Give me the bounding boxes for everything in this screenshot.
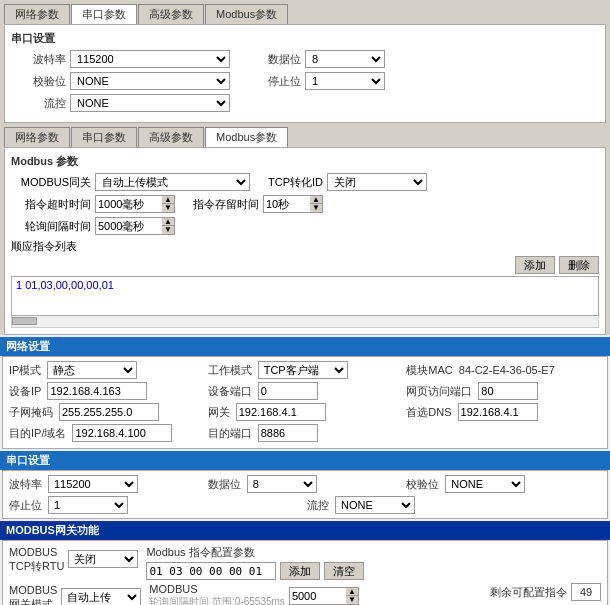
gateway-input[interactable] <box>236 403 326 421</box>
tcp-rtu-select[interactable]: 关闭 <box>68 550 138 568</box>
ip-mode-label: IP模式 <box>9 363 41 378</box>
databits-label-2: 数据位 <box>208 477 241 492</box>
cmd-config-label: Modbus 指令配置参数 <box>146 545 601 560</box>
tab-modbus-params-1[interactable]: Modbus参数 <box>205 4 288 24</box>
net-sync-select[interactable]: 自动上传 <box>61 588 141 605</box>
dest-port-input[interactable] <box>258 424 318 442</box>
net-sync-label: MODBUS 网关模式 <box>9 583 57 605</box>
tab-modbus-params-2[interactable]: Modbus参数 <box>205 127 288 147</box>
add-modbus-cmd-btn[interactable]: 添加 <box>280 562 320 580</box>
sync-label: MODBUS同关 <box>11 175 91 190</box>
cmd-list-content: 1 01,03,00,00,00,01 <box>16 279 114 291</box>
gateway-label: 网关 <box>208 405 230 420</box>
remaining-value: 49 <box>571 583 601 601</box>
timeout-dn[interactable]: ▼ <box>162 204 175 213</box>
device-port-label: 设备端口 <box>208 384 252 399</box>
remaining-label: 剩余可配置指令 <box>490 585 567 600</box>
tab-serial-params-1[interactable]: 串口参数 <box>71 4 137 24</box>
tab-net-params-1[interactable]: 网络参数 <box>4 4 70 24</box>
device-ip-input[interactable] <box>47 382 147 400</box>
del-cmd-btn[interactable]: 删除 <box>559 256 599 274</box>
flow-select-2[interactable]: NONE <box>335 496 415 514</box>
baud-label-1: 波特率 <box>11 52 66 67</box>
sync-select[interactable]: 自动上传模式 <box>95 173 250 191</box>
modbus-section-header: MODBUS网关功能 <box>0 521 610 540</box>
dest-ip-label: 目的IP/域名 <box>9 426 66 441</box>
flow-label-1: 流控 <box>11 96 66 111</box>
tcp-id-label: TCP转化ID <box>268 175 323 190</box>
databits-select-2[interactable]: 8 <box>247 475 317 493</box>
poll-label: 轮询间隔时间 <box>11 219 91 234</box>
web-port-label: 网页访问端口 <box>406 384 472 399</box>
stopbits-label-2: 停止位 <box>9 498 42 513</box>
ip-mode-select[interactable]: 静态 <box>47 361 137 379</box>
parity-select-2[interactable]: NONE <box>445 475 525 493</box>
mac-value: 84-C2-E4-36-05-E7 <box>459 364 555 376</box>
device-ip-label: 设备IP <box>9 384 41 399</box>
subnet-input[interactable] <box>59 403 159 421</box>
baud-select-2[interactable]: 115200 <box>48 475 138 493</box>
work-mode-label: 工作模式 <box>208 363 252 378</box>
poll-dn[interactable]: ▼ <box>162 226 175 235</box>
parity-select-1[interactable]: NONE <box>70 72 230 90</box>
stopbits-label-1: 停止位 <box>246 74 301 89</box>
net-section-header: 网络设置 <box>0 337 610 356</box>
dns-label: 首选DNS <box>406 405 451 420</box>
baud-label-2: 波特率 <box>9 477 42 492</box>
stopbits-select-2[interactable]: 1 <box>48 496 128 514</box>
timeout-label: 指令超时时间 <box>11 197 91 212</box>
work-mode-select[interactable]: TCP客户端 <box>258 361 348 379</box>
modbus-top-title: Modbus 参数 <box>11 154 599 169</box>
serial-section-header: 串口设置 <box>0 451 610 470</box>
dns-input[interactable] <box>458 403 538 421</box>
tcp-rtu-label: MODBUS TCP转RTU <box>9 545 64 574</box>
device-port-input[interactable] <box>258 382 318 400</box>
cmd-scrollbar-thumb[interactable] <box>12 317 37 325</box>
save-dn[interactable]: ▼ <box>310 204 323 213</box>
parity-label-2: 校验位 <box>406 477 439 492</box>
tab-net-params-2[interactable]: 网络参数 <box>4 127 70 147</box>
clear-modbus-cmd-btn[interactable]: 清空 <box>324 562 364 580</box>
flow-label-2: 流控 <box>307 498 329 513</box>
tab-adv-params-2[interactable]: 高级参数 <box>138 127 204 147</box>
subnet-label: 子网掩码 <box>9 405 53 420</box>
databits-select-1[interactable]: 8 <box>305 50 385 68</box>
add-cmd-btn[interactable]: 添加 <box>515 256 555 274</box>
cmd-list-label: 顺应指令列表 <box>11 239 77 254</box>
tab-adv-params-1[interactable]: 高级参数 <box>138 4 204 24</box>
dest-port-label: 目的端口 <box>208 426 252 441</box>
baud-select-1[interactable]: 115200 <box>70 50 230 68</box>
stopbits-select-1[interactable]: 1 <box>305 72 385 90</box>
poll-label-bottom: MODBUS <box>149 583 285 595</box>
web-port-input[interactable] <box>478 382 538 400</box>
save-label: 指令存留时间 <box>193 197 259 212</box>
databits-label-1: 数据位 <box>246 52 301 67</box>
poll-desc: 轮询间隔时间 范围:0-65535ms <box>149 595 285 605</box>
parity-label-1: 校验位 <box>11 74 66 89</box>
tab-serial-params-2[interactable]: 串口参数 <box>71 127 137 147</box>
flow-select-1[interactable]: NONE <box>70 94 230 112</box>
dest-ip-input[interactable] <box>72 424 172 442</box>
poll-bottom-dn[interactable]: ▼ <box>346 596 359 605</box>
cmd-config-input[interactable] <box>146 562 276 580</box>
mac-label: 模块MAC <box>406 363 452 378</box>
serial-panel-title: 串口设置 <box>11 31 599 46</box>
tcp-id-select[interactable]: 关闭 <box>327 173 427 191</box>
